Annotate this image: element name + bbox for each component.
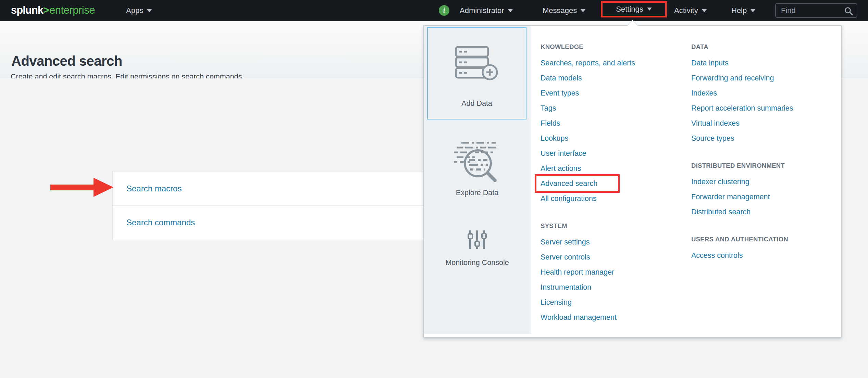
menu-section-header: DISTRIBUTED ENVIRONMENT [691,158,842,173]
menu-link-access-controls[interactable]: Access controls [691,248,842,263]
caret-down-icon [581,9,585,12]
menu-section-users-and-authentication: USERS AND AUTHENTICATIONAccess controls [691,232,842,263]
menu-link-fields[interactable]: Fields [541,116,684,131]
caret-down-icon [147,9,152,12]
help-menu-label: Help [731,6,747,15]
shortcut-explore-data[interactable]: Explore Data [424,140,531,197]
search-commands-link[interactable]: Search commands [126,218,195,227]
help-menu[interactable]: Help [731,0,755,21]
menu-link-advanced-search[interactable]: Advanced search [541,176,684,191]
menu-link-distributed-search[interactable]: Distributed search [691,204,842,219]
monitoring-console-icon [424,229,531,250]
splunk-logo: splunk>enterprise [11,0,95,21]
menu-link-tags[interactable]: Tags [541,101,684,116]
logo-enterprise-text: enterprise [49,4,95,16]
shortcut-monitoring-console[interactable]: Monitoring Console [424,229,531,270]
menu-link-data-inputs[interactable]: Data inputs [691,55,842,71]
caret-down-icon [647,8,652,11]
shortcut-add-data-label: Add Data [428,99,526,108]
topbar: splunk>enterprise Apps i Administrator M… [0,0,868,21]
menu-link-instrumentation[interactable]: Instrumentation [541,280,684,295]
find-search-box [775,3,857,18]
shortcut-add-data[interactable]: Add Data [427,27,526,119]
menu-link-source-types[interactable]: Source types [691,131,842,146]
menu-link-health-report-manager[interactable]: Health report manager [541,265,684,280]
menu-link-event-types[interactable]: Event types [541,86,684,101]
menu-link-indexes[interactable]: Indexes [691,86,842,101]
menu-link-indexer-clustering[interactable]: Indexer clustering [691,174,842,189]
menu-link-server-controls[interactable]: Server controls [541,250,684,265]
messages-menu-label: Messages [543,6,577,15]
menu-link-lookups[interactable]: Lookups [541,131,684,146]
menu-link-all-configurations[interactable]: All configurations [541,191,684,206]
menu-section-distributed-environment: DISTRIBUTED ENVIRONMENTIndexer clusterin… [691,158,842,219]
search-icon[interactable] [844,7,853,16]
add-data-icon [455,46,499,81]
logo-gt-mark: > [43,4,49,16]
apps-menu[interactable]: Apps [126,0,152,21]
explore-data-icon [424,140,531,184]
menu-section-header: DATA [691,39,842,54]
menu-column-right: DATAData inputsForwarding and receivingI… [691,39,842,275]
caret-down-icon [508,9,513,12]
menu-link-forwarding-and-receiving[interactable]: Forwarding and receiving [691,71,842,86]
menu-link-workload-management[interactable]: Workload management [541,310,684,325]
menu-link-virtual-indexes[interactable]: Virtual indexes [691,116,842,131]
menu-section-header: KNOWLEDGE [541,39,684,54]
logo-splunk-text: splunk [11,4,43,16]
menu-link-user-interface[interactable]: User interface [541,146,684,161]
menu-link-alert-actions[interactable]: Alert actions [541,161,684,176]
settings-menu[interactable]: Settings [601,1,667,17]
settings-menu-label: Settings [616,5,643,14]
menu-section-data: DATAData inputsForwarding and receivingI… [691,39,842,146]
caret-down-icon [702,9,707,12]
arrow-right-icon [50,177,115,198]
menu-link-data-models[interactable]: Data models [541,71,684,86]
menu-link-server-settings[interactable]: Server settings [541,235,684,250]
menu-link-report-acceleration-summaries[interactable]: Report acceleration summaries [691,101,842,116]
page-title: Advanced search [11,53,122,69]
administrator-menu-label: Administrator [460,6,504,15]
menu-column-left: KNOWLEDGESearches, reports, and alertsDa… [541,39,684,337]
activity-menu[interactable]: Activity [674,0,707,21]
menu-section-header: USERS AND AUTHENTICATION [691,232,842,247]
info-icon[interactable]: i [439,5,449,16]
menu-section-system: SYSTEMServer settingsServer controlsHeal… [541,218,684,325]
menu-section-knowledge: KNOWLEDGESearches, reports, and alertsDa… [541,39,684,206]
settings-dropdown-menu: Add Data Explore Data [423,25,842,338]
shortcut-explore-data-label: Explore Data [424,189,531,197]
caret-down-icon [751,9,755,12]
apps-menu-label: Apps [126,6,143,15]
administrator-menu[interactable]: Administrator [460,0,513,21]
messages-menu[interactable]: Messages [543,0,585,21]
menu-section-header: SYSTEM [541,218,684,234]
menu-link-searches-reports-and-alerts[interactable]: Searches, reports, and alerts [541,55,684,71]
menu-link-licensing[interactable]: Licensing [541,295,684,310]
search-macros-link[interactable]: Search macros [126,184,182,193]
activity-menu-label: Activity [674,6,698,15]
shortcut-monitoring-console-label: Monitoring Console [424,256,531,270]
menu-link-forwarder-management[interactable]: Forwarder management [691,189,842,204]
